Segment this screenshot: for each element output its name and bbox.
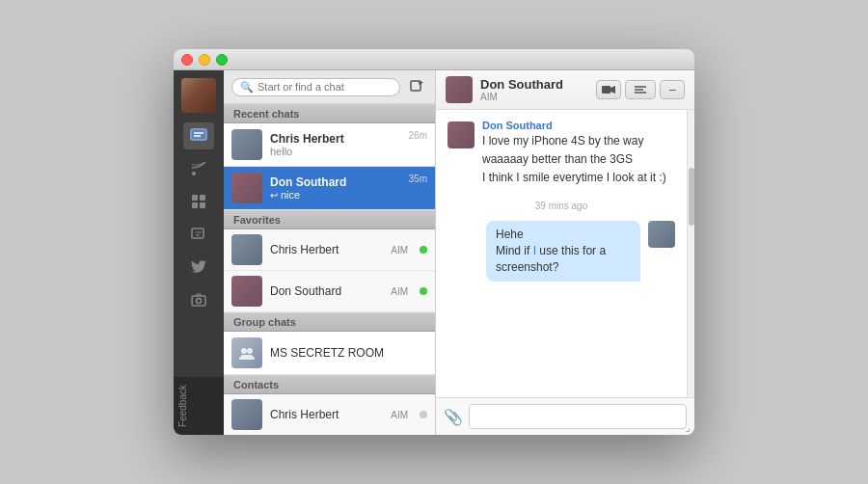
titlebar bbox=[174, 49, 694, 70]
chat-info-don: Don Southard ↩ nice bbox=[270, 175, 401, 201]
contact-service-chris: AIM bbox=[391, 410, 408, 420]
chat-name-don: Don Southard bbox=[270, 175, 401, 189]
contact-name-chris: Chris Herbert bbox=[270, 408, 383, 421]
search-wrapper[interactable]: 🔍 bbox=[231, 78, 400, 96]
messages-area: Don Southard I love my iPhone 4S by the … bbox=[436, 110, 687, 397]
chat-time-chris: 26m bbox=[409, 130, 427, 141]
outgoing-bubble: Hehe Mind if I use this for a screenshot… bbox=[486, 221, 640, 281]
section-favorites: Favorites bbox=[224, 210, 435, 229]
options-button[interactable] bbox=[625, 80, 656, 99]
outgoing-line-2: Mind if I use this for a screenshot? bbox=[496, 243, 631, 276]
sidebar: Feedback bbox=[174, 70, 224, 435]
message-group-outgoing: Hehe Mind if I use this for a screenshot… bbox=[448, 221, 675, 281]
section-contacts: Contacts bbox=[224, 375, 435, 394]
group-name-secretz: MS SECRETZ ROOM bbox=[270, 346, 384, 360]
message-group-incoming: Don Southard I love my iPhone 4S by the … bbox=[448, 120, 675, 185]
checkmark-icon: ↩ bbox=[270, 190, 278, 201]
chat-preview-don: ↩ nice bbox=[270, 189, 401, 201]
compose-button[interactable] bbox=[406, 76, 427, 97]
fav-item-chris[interactable]: Chris Herbert AIM bbox=[224, 229, 435, 271]
status-dot-don bbox=[420, 287, 427, 295]
svg-rect-15 bbox=[602, 86, 610, 94]
video-call-button[interactable] bbox=[596, 80, 621, 99]
header-service: AIM bbox=[480, 92, 588, 102]
msg-avatar-self bbox=[648, 221, 675, 248]
sidebar-icon-feed[interactable] bbox=[183, 155, 214, 182]
avatar-don-recent bbox=[231, 173, 262, 203]
svg-rect-1 bbox=[191, 129, 206, 140]
input-area: 📎 bbox=[436, 397, 694, 435]
avatar-chris-fav bbox=[231, 234, 262, 265]
avatar-chris-contact bbox=[231, 399, 262, 430]
fav-service-don: AIM bbox=[391, 286, 408, 297]
chat-time-don: 35m bbox=[409, 174, 427, 184]
svg-rect-6 bbox=[200, 195, 205, 201]
maximize-button[interactable] bbox=[216, 54, 228, 66]
search-icon: 🔍 bbox=[240, 81, 254, 94]
fav-name-chris: Chris Herbert bbox=[270, 243, 383, 256]
outgoing-line-1: Hehe bbox=[496, 227, 631, 243]
message-panel: Don Southard AIM bbox=[436, 70, 694, 435]
header-info: Don Southard AIM bbox=[480, 77, 588, 102]
msg-bubbles-don: I love my iPhone 4S by the way waaaaay b… bbox=[482, 133, 675, 185]
svg-point-14 bbox=[247, 348, 253, 354]
svg-rect-5 bbox=[192, 195, 198, 201]
msg-line-1: I love my iPhone 4S by the way bbox=[482, 133, 675, 149]
chat-item-don[interactable]: Don Southard ↩ nice 35m bbox=[224, 167, 435, 210]
fav-item-don[interactable]: Don Southard AIM bbox=[224, 271, 435, 312]
chat-item-chris[interactable]: Chris Herbert hello 26m bbox=[224, 123, 435, 167]
section-group-chats: Group chats bbox=[224, 312, 435, 332]
sidebar-icon-twitter[interactable] bbox=[183, 254, 214, 281]
fav-service-chris: AIM bbox=[391, 245, 408, 255]
user-avatar[interactable] bbox=[181, 78, 216, 113]
highlight-i: I bbox=[533, 244, 536, 257]
messages-scroll-wrapper: Don Southard I love my iPhone 4S by the … bbox=[436, 110, 694, 397]
msg-line-2: waaaaay better than the 3GS bbox=[482, 151, 675, 168]
attach-button[interactable]: 📎 bbox=[444, 408, 463, 426]
sidebar-icon-messages[interactable] bbox=[183, 122, 214, 149]
sidebar-icon-compose[interactable] bbox=[183, 221, 214, 248]
msg-content-don: Don Southard I love my iPhone 4S by the … bbox=[482, 120, 675, 185]
chat-preview-chris: hello bbox=[270, 146, 401, 157]
resize-handle[interactable]: ⌟ bbox=[686, 422, 691, 433]
close-chat-button[interactable]: − bbox=[660, 80, 685, 99]
msg-avatar-don bbox=[448, 121, 475, 148]
app-window: Feedback 🔍 bbox=[174, 49, 694, 435]
avatar-don-fav bbox=[231, 276, 262, 307]
chat-info-chris: Chris Herbert hello bbox=[270, 132, 401, 157]
message-input[interactable] bbox=[469, 404, 687, 429]
svg-rect-10 bbox=[192, 296, 205, 306]
search-input[interactable] bbox=[258, 81, 392, 93]
msg-line-3: I think I smile everytime I look at it :… bbox=[482, 170, 675, 186]
group-icon-secretz bbox=[231, 337, 262, 368]
svg-rect-8 bbox=[200, 202, 205, 208]
svg-point-11 bbox=[197, 299, 202, 304]
window-controls bbox=[181, 54, 228, 66]
scrollbar-track[interactable] bbox=[687, 110, 694, 397]
svg-point-13 bbox=[241, 348, 247, 354]
header-avatar bbox=[446, 76, 473, 103]
svg-point-4 bbox=[192, 172, 196, 175]
contact-item-chris[interactable]: Chris Herbert AIM bbox=[224, 394, 435, 435]
fav-name-don: Don Southard bbox=[270, 284, 383, 298]
search-bar: 🔍 bbox=[224, 70, 435, 104]
group-item-secretz[interactable]: MS SECRETZ ROOM bbox=[224, 332, 435, 375]
minimize-button[interactable] bbox=[199, 54, 210, 66]
feedback-label[interactable]: Feedback bbox=[174, 377, 224, 435]
close-button[interactable] bbox=[181, 54, 193, 66]
status-dot-offline bbox=[420, 411, 427, 418]
svg-rect-7 bbox=[192, 202, 198, 208]
section-recent-chats: Recent chats bbox=[224, 104, 435, 123]
scrollbar-thumb[interactable] bbox=[689, 168, 694, 226]
sidebar-icon-grid[interactable] bbox=[183, 188, 214, 215]
chat-name-chris: Chris Herbert bbox=[270, 132, 401, 146]
header-name: Don Southard bbox=[480, 77, 588, 92]
time-separator: 39 mins ago bbox=[448, 195, 675, 217]
status-dot-chris bbox=[420, 246, 427, 254]
msg-sender-don: Don Southard bbox=[482, 120, 675, 131]
header-actions: − bbox=[596, 80, 685, 99]
chat-list: 🔍 Recent chats Ch bbox=[224, 70, 436, 435]
avatar-chris-recent bbox=[231, 129, 262, 160]
message-header: Don Southard AIM bbox=[436, 70, 694, 110]
sidebar-icon-camera[interactable] bbox=[183, 286, 214, 313]
